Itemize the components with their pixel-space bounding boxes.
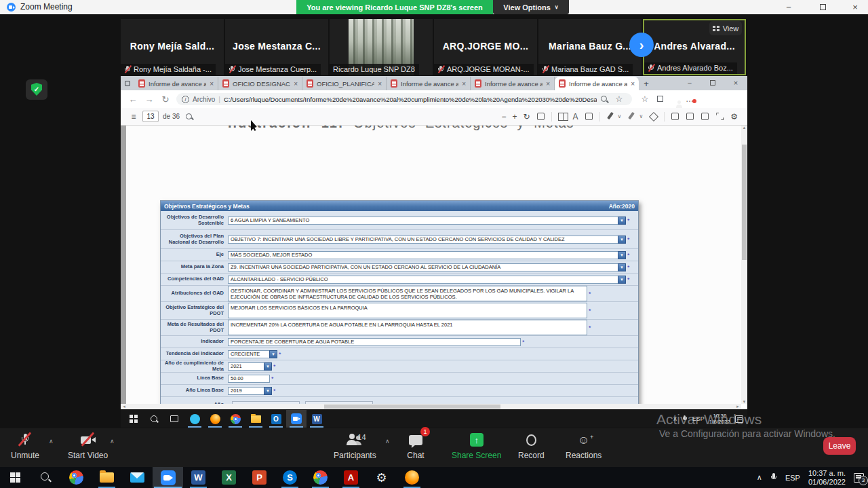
search-document-icon[interactable]: [185, 113, 193, 121]
dropdown-button[interactable]: ▼: [618, 251, 626, 259]
taskbar-mail-icon[interactable]: [122, 467, 153, 488]
new-tab-button[interactable]: +: [639, 77, 654, 90]
linea-base-input[interactable]: [228, 375, 270, 383]
shared-taskbar-word-icon[interactable]: W: [307, 410, 327, 428]
video-options-caret-icon[interactable]: ∧: [110, 438, 115, 445]
meeting-security-button[interactable]: ✓: [26, 79, 47, 100]
meta-zona-select[interactable]: [228, 263, 618, 271]
dropdown-button[interactable]: ▼: [618, 276, 626, 284]
browser-tab[interactable]: Informe de avance al ×: [471, 77, 555, 90]
highlighter-icon[interactable]: [627, 112, 636, 121]
draw-pen-icon[interactable]: [606, 112, 615, 121]
favorite-star-icon[interactable]: ☆: [612, 94, 627, 104]
tab-close-icon[interactable]: ×: [210, 80, 214, 88]
page-number-input[interactable]: [142, 111, 159, 122]
scroll-right-icon[interactable]: ►: [734, 405, 741, 409]
refresh-button[interactable]: ↻: [157, 94, 174, 105]
dropdown-button[interactable]: ▼: [618, 263, 626, 271]
browser-minimize-button[interactable]: −: [678, 76, 701, 90]
tab-close-icon[interactable]: ×: [546, 80, 550, 88]
tray-clock[interactable]: 10:37 a. m. 01/06/2022: [808, 469, 846, 487]
eje-select[interactable]: [228, 251, 618, 259]
anio-cumplimiento-select[interactable]: [228, 362, 264, 371]
taskbar-powerpoint-icon[interactable]: P: [244, 467, 275, 488]
reactions-button[interactable]: ☺ Reactions: [566, 432, 601, 460]
tray-mic-icon[interactable]: [770, 473, 777, 483]
shared-search-button[interactable]: [144, 410, 164, 428]
participants-caret-icon[interactable]: ∧: [385, 438, 390, 445]
horizontal-scroll-thumb[interactable]: [324, 405, 500, 409]
zoom-in-icon[interactable]: +: [512, 112, 517, 121]
eraser-icon[interactable]: [649, 112, 658, 121]
start-button[interactable]: [0, 467, 31, 488]
participant-tile-sharing[interactable]: Ricardo Luque SNP DZ8: [330, 19, 433, 75]
taskbar-word-icon[interactable]: W: [183, 467, 214, 488]
participant-tile[interactable]: ARQ.JORGE MO... ARQ.JORGE MORAN-...: [434, 19, 537, 75]
page-view-icon[interactable]: [558, 112, 567, 121]
share-screen-button[interactable]: ↑ Share Screen: [452, 432, 501, 460]
forward-button[interactable]: →: [141, 94, 157, 105]
browser-tab[interactable]: OFICIO DESIGNACIÓN ×: [218, 77, 302, 90]
competencias-select[interactable]: [228, 276, 618, 284]
taskbar-settings-icon[interactable]: ⚙: [366, 467, 397, 488]
view-layout-button[interactable]: View: [709, 21, 742, 35]
collections-icon[interactable]: [652, 94, 667, 104]
atribuciones-textarea[interactable]: GESTIONAR, COORDINAR Y ADMINISTRAR LOS S…: [228, 286, 587, 301]
taskbar-chrome-alt-icon[interactable]: [305, 467, 336, 488]
browser-tab[interactable]: Informe de avance al c ×: [387, 77, 471, 90]
draw-pen-caret-icon[interactable]: ∨: [618, 113, 622, 119]
shared-taskbar-edge-icon[interactable]: [184, 410, 205, 428]
notification-center-icon[interactable]: 3: [854, 473, 864, 483]
scroll-down-icon[interactable]: ▼: [741, 400, 747, 404]
save-icon[interactable]: [686, 112, 694, 121]
indicador-input[interactable]: [228, 338, 521, 346]
shared-start-button[interactable]: [123, 410, 144, 428]
unmute-button[interactable]: Unmute: [11, 432, 39, 460]
scroll-up-icon[interactable]: ▲: [741, 126, 747, 130]
settings-menu-icon[interactable]: …: [682, 94, 697, 104]
horizontal-scrollbar[interactable]: ◄ ►: [121, 404, 741, 409]
meta-resultados-textarea[interactable]: INCREMENTAR 20% LA COBERTURA DE AGUA POT…: [228, 320, 587, 335]
favorites-bar-icon[interactable]: ☆: [637, 94, 652, 104]
leave-button[interactable]: Leave: [823, 437, 856, 455]
taskbar-firefox-icon[interactable]: [397, 467, 427, 488]
start-video-button[interactable]: Start Video: [68, 432, 108, 460]
shared-taskbar-outlook-icon[interactable]: O: [266, 410, 286, 428]
read-aloud-icon[interactable]: A: [573, 112, 578, 121]
participants-button[interactable]: 14 Participants: [334, 432, 376, 460]
participant-tile[interactable]: Mariana Bauz G... Mariana Bauz GAD S...: [538, 19, 642, 75]
highlighter-caret-icon[interactable]: ∨: [639, 113, 643, 119]
close-button[interactable]: ×: [844, 0, 867, 14]
anio-linea-base-select[interactable]: [228, 387, 264, 395]
shared-tray-clock[interactable]: 10:36 1/6/2022: [709, 413, 730, 425]
vertical-scroll-thumb[interactable]: [742, 145, 747, 260]
browser-restore-button[interactable]: [701, 76, 724, 90]
url-field[interactable]: i Archivo | C:/Users/rluque/Documents/In…: [176, 93, 632, 105]
vertical-scrollbar[interactable]: ▲ ▼: [741, 126, 747, 404]
shared-tray-caret-icon[interactable]: ∧: [673, 415, 677, 422]
record-button[interactable]: Record: [518, 432, 545, 460]
zoom-out-icon[interactable]: −: [501, 112, 506, 121]
page-info-icon[interactable]: i: [182, 96, 189, 103]
browser-close-button[interactable]: ×: [724, 76, 747, 90]
shared-tray-mic-icon[interactable]: [682, 415, 688, 423]
taskbar-chrome-icon[interactable]: [61, 467, 92, 488]
pnd-select[interactable]: [228, 236, 618, 244]
taskbar-explorer-icon[interactable]: [92, 467, 122, 488]
maximize-button[interactable]: [811, 0, 834, 14]
fullscreen-icon[interactable]: [715, 112, 724, 121]
browser-tab-active[interactable]: Informe de avance al ×: [555, 77, 639, 90]
shared-taskbar-explorer-icon[interactable]: [245, 410, 266, 428]
dropdown-button[interactable]: ▼: [618, 236, 626, 244]
tab-close-icon[interactable]: ×: [462, 80, 466, 88]
zoom-page-icon[interactable]: [600, 95, 608, 103]
shared-taskbar-firefox-icon[interactable]: [205, 410, 225, 428]
tray-language[interactable]: ESP: [785, 474, 800, 482]
shared-taskbar-zoom-icon[interactable]: [286, 410, 307, 428]
save-as-icon[interactable]: [701, 112, 709, 121]
dropdown-button[interactable]: ▼: [618, 217, 626, 225]
scroll-left-icon[interactable]: ◄: [121, 405, 127, 409]
ods-select[interactable]: [228, 217, 618, 225]
shared-taskbar-chrome-icon[interactable]: [225, 410, 245, 428]
tab-close-icon[interactable]: ×: [631, 80, 635, 88]
